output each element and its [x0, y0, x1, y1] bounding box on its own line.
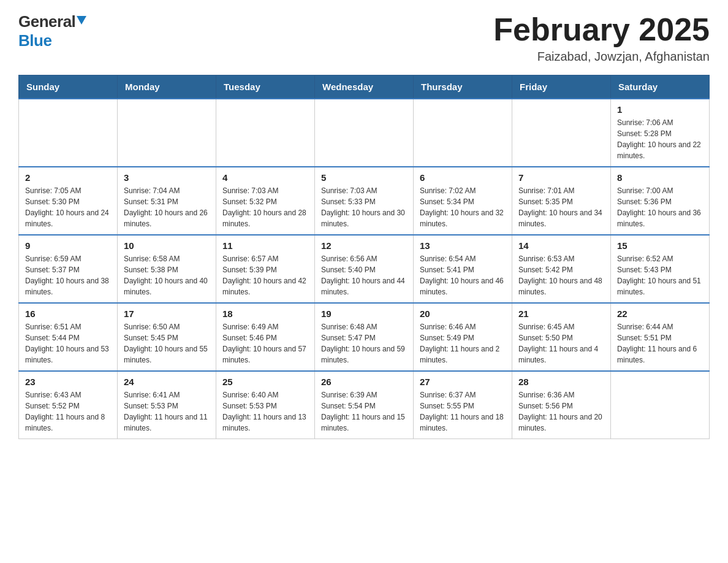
calendar-cell: 3Sunrise: 7:04 AMSunset: 5:31 PMDaylight… — [118, 167, 216, 235]
day-header-wednesday: Wednesday — [315, 75, 414, 99]
day-info: Sunrise: 6:57 AMSunset: 5:39 PMDaylight:… — [222, 253, 308, 297]
day-info: Sunrise: 6:36 AMSunset: 5:56 PMDaylight:… — [518, 389, 604, 434]
day-info: Sunrise: 6:53 AMSunset: 5:42 PMDaylight:… — [518, 253, 604, 297]
calendar-cell: 8Sunrise: 7:00 AMSunset: 5:36 PMDaylight… — [611, 167, 710, 235]
calendar-cell: 21Sunrise: 6:45 AMSunset: 5:50 PMDayligh… — [512, 303, 611, 371]
calendar-cell: 9Sunrise: 6:59 AMSunset: 5:37 PMDaylight… — [19, 235, 118, 303]
day-info: Sunrise: 6:59 AMSunset: 5:37 PMDaylight:… — [25, 253, 111, 297]
calendar-cell: 15Sunrise: 6:52 AMSunset: 5:43 PMDayligh… — [611, 235, 710, 303]
day-number: 4 — [222, 172, 308, 183]
day-info: Sunrise: 6:40 AMSunset: 5:53 PMDaylight:… — [222, 389, 308, 434]
day-info: Sunrise: 6:39 AMSunset: 5:54 PMDaylight:… — [321, 389, 407, 434]
calendar-cell — [512, 99, 611, 167]
day-number: 16 — [25, 308, 111, 319]
logo-triangle-icon — [77, 16, 86, 25]
day-info: Sunrise: 6:48 AMSunset: 5:47 PMDaylight:… — [321, 321, 407, 366]
calendar-cell: 1Sunrise: 7:06 AMSunset: 5:28 PMDaylight… — [611, 99, 710, 167]
calendar-week-3: 9Sunrise: 6:59 AMSunset: 5:37 PMDaylight… — [19, 235, 710, 303]
calendar-cell — [611, 371, 710, 439]
calendar-week-2: 2Sunrise: 7:05 AMSunset: 5:30 PMDaylight… — [19, 167, 710, 235]
calendar-header: SundayMondayTuesdayWednesdayThursdayFrid… — [19, 75, 710, 99]
calendar-week-4: 16Sunrise: 6:51 AMSunset: 5:44 PMDayligh… — [19, 303, 710, 371]
calendar-subtitle: Faizabad, Jowzjan, Afghanistan — [493, 50, 710, 64]
logo: General Blue — [18, 12, 86, 50]
calendar-cell: 16Sunrise: 6:51 AMSunset: 5:44 PMDayligh… — [19, 303, 118, 371]
day-info: Sunrise: 7:05 AMSunset: 5:30 PMDaylight:… — [25, 185, 111, 229]
calendar-cell: 24Sunrise: 6:41 AMSunset: 5:53 PMDayligh… — [118, 371, 216, 439]
day-info: Sunrise: 7:03 AMSunset: 5:32 PMDaylight:… — [222, 185, 308, 229]
calendar-cell: 11Sunrise: 6:57 AMSunset: 5:39 PMDayligh… — [216, 235, 315, 303]
day-number: 19 — [321, 308, 407, 319]
calendar-week-5: 23Sunrise: 6:43 AMSunset: 5:52 PMDayligh… — [19, 371, 710, 439]
day-header-friday: Friday — [512, 75, 611, 99]
calendar-week-1: 1Sunrise: 7:06 AMSunset: 5:28 PMDaylight… — [19, 99, 710, 167]
calendar-cell — [315, 99, 414, 167]
day-header-sunday: Sunday — [19, 75, 118, 99]
day-info: Sunrise: 6:56 AMSunset: 5:40 PMDaylight:… — [321, 253, 407, 297]
calendar-table: SundayMondayTuesdayWednesdayThursdayFrid… — [18, 75, 710, 439]
calendar-cell — [216, 99, 315, 167]
day-number: 12 — [321, 240, 407, 251]
calendar-cell: 7Sunrise: 7:01 AMSunset: 5:35 PMDaylight… — [512, 167, 611, 235]
day-info: Sunrise: 6:46 AMSunset: 5:49 PMDaylight:… — [420, 321, 506, 366]
calendar-cell: 18Sunrise: 6:49 AMSunset: 5:46 PMDayligh… — [216, 303, 315, 371]
page-header: General Blue February 2025 Faizabad, Jow… — [18, 12, 710, 64]
calendar-cell: 4Sunrise: 7:03 AMSunset: 5:32 PMDaylight… — [216, 167, 315, 235]
day-header-saturday: Saturday — [611, 75, 710, 99]
day-info: Sunrise: 6:37 AMSunset: 5:55 PMDaylight:… — [420, 389, 506, 434]
calendar-cell — [414, 99, 512, 167]
calendar-cell: 14Sunrise: 6:53 AMSunset: 5:42 PMDayligh… — [512, 235, 611, 303]
calendar-cell: 27Sunrise: 6:37 AMSunset: 5:55 PMDayligh… — [414, 371, 512, 439]
day-number: 21 — [518, 308, 604, 319]
calendar-cell: 20Sunrise: 6:46 AMSunset: 5:49 PMDayligh… — [414, 303, 512, 371]
calendar-cell: 5Sunrise: 7:03 AMSunset: 5:33 PMDaylight… — [315, 167, 414, 235]
day-number: 28 — [518, 377, 604, 387]
calendar-cell: 17Sunrise: 6:50 AMSunset: 5:45 PMDayligh… — [118, 303, 216, 371]
calendar-cell: 25Sunrise: 6:40 AMSunset: 5:53 PMDayligh… — [216, 371, 315, 439]
day-info: Sunrise: 7:03 AMSunset: 5:33 PMDaylight:… — [321, 185, 407, 229]
day-header-monday: Monday — [118, 75, 216, 99]
logo-general: General — [18, 12, 75, 31]
day-info: Sunrise: 6:52 AMSunset: 5:43 PMDaylight:… — [617, 253, 703, 297]
day-info: Sunrise: 7:00 AMSunset: 5:36 PMDaylight:… — [617, 185, 703, 229]
day-number: 7 — [518, 172, 604, 183]
calendar-cell: 28Sunrise: 6:36 AMSunset: 5:56 PMDayligh… — [512, 371, 611, 439]
day-number: 24 — [124, 377, 210, 387]
day-number: 15 — [617, 240, 703, 251]
calendar-cell: 19Sunrise: 6:48 AMSunset: 5:47 PMDayligh… — [315, 303, 414, 371]
title-block: February 2025 Faizabad, Jowzjan, Afghani… — [493, 12, 710, 64]
day-info: Sunrise: 6:50 AMSunset: 5:45 PMDaylight:… — [124, 321, 210, 366]
calendar-cell: 2Sunrise: 7:05 AMSunset: 5:30 PMDaylight… — [19, 167, 118, 235]
calendar-title: February 2025 — [493, 12, 710, 47]
day-number: 20 — [420, 308, 506, 319]
calendar-cell: 23Sunrise: 6:43 AMSunset: 5:52 PMDayligh… — [19, 371, 118, 439]
calendar-cell: 10Sunrise: 6:58 AMSunset: 5:38 PMDayligh… — [118, 235, 216, 303]
logo-blue: Blue — [18, 31, 51, 50]
day-number: 18 — [222, 308, 308, 319]
day-number: 22 — [617, 308, 703, 319]
calendar-cell: 12Sunrise: 6:56 AMSunset: 5:40 PMDayligh… — [315, 235, 414, 303]
day-number: 8 — [617, 172, 703, 183]
day-info: Sunrise: 7:01 AMSunset: 5:35 PMDaylight:… — [518, 185, 604, 229]
calendar-cell: 26Sunrise: 6:39 AMSunset: 5:54 PMDayligh… — [315, 371, 414, 439]
day-number: 13 — [420, 240, 506, 251]
day-number: 3 — [124, 172, 210, 183]
day-number: 10 — [124, 240, 210, 251]
day-number: 23 — [25, 377, 111, 387]
day-info: Sunrise: 7:06 AMSunset: 5:28 PMDaylight:… — [617, 117, 703, 161]
day-info: Sunrise: 6:43 AMSunset: 5:52 PMDaylight:… — [25, 389, 111, 434]
day-number: 6 — [420, 172, 506, 183]
day-info: Sunrise: 6:45 AMSunset: 5:50 PMDaylight:… — [518, 321, 604, 366]
day-headers-row: SundayMondayTuesdayWednesdayThursdayFrid… — [19, 75, 710, 99]
calendar-cell: 13Sunrise: 6:54 AMSunset: 5:41 PMDayligh… — [414, 235, 512, 303]
calendar-cell — [118, 99, 216, 167]
calendar-cell: 22Sunrise: 6:44 AMSunset: 5:51 PMDayligh… — [611, 303, 710, 371]
day-header-thursday: Thursday — [414, 75, 512, 99]
day-info: Sunrise: 7:02 AMSunset: 5:34 PMDaylight:… — [420, 185, 506, 229]
day-number: 2 — [25, 172, 111, 183]
day-number: 25 — [222, 377, 308, 387]
day-number: 14 — [518, 240, 604, 251]
day-info: Sunrise: 6:41 AMSunset: 5:53 PMDaylight:… — [124, 389, 210, 434]
calendar-cell — [19, 99, 118, 167]
day-info: Sunrise: 7:04 AMSunset: 5:31 PMDaylight:… — [124, 185, 210, 229]
